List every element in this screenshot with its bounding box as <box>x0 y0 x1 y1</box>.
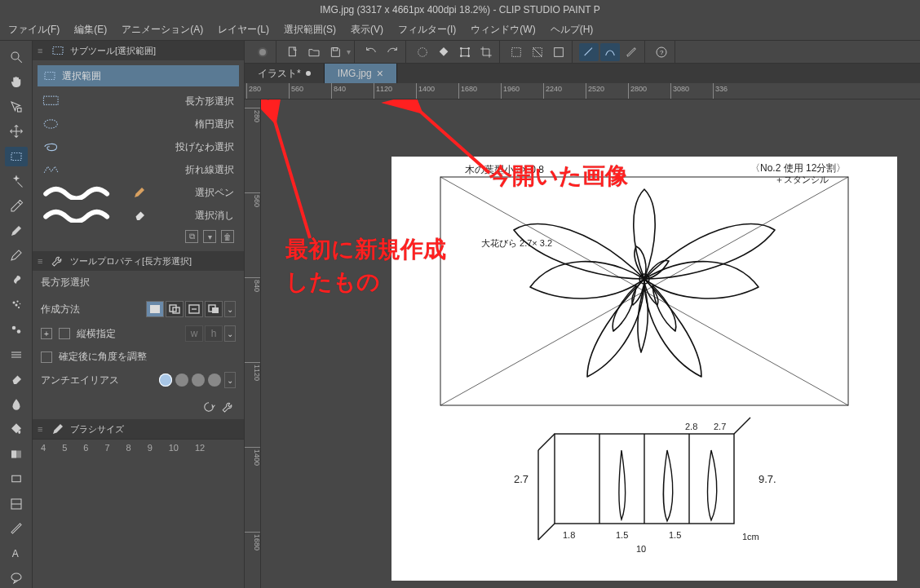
tool-frame[interactable] <box>5 493 28 513</box>
undo-icon[interactable] <box>361 43 381 61</box>
aspect-checkbox[interactable] <box>59 328 70 339</box>
tool-line[interactable] <box>5 345 28 365</box>
menu-edit[interactable]: 編集(E) <box>74 23 107 37</box>
svg-point-7 <box>15 304 17 307</box>
angle-checkbox[interactable] <box>41 351 52 363</box>
toolprop-panel-tab[interactable]: ≡ ツールプロパティ[長方形選択] <box>33 251 244 271</box>
trash-icon[interactable]: 🗑 <box>221 230 234 243</box>
transform-icon[interactable] <box>455 43 475 61</box>
duplicate-icon[interactable]: ⧉ <box>185 230 198 243</box>
subtool-selectpen[interactable]: 選択ペン <box>38 181 239 204</box>
reset-icon[interactable] <box>201 400 216 414</box>
tool-operation[interactable] <box>5 97 28 117</box>
subtool-lasso[interactable]: 投げなわ選択 <box>38 135 239 158</box>
subtool-header[interactable]: 選択範囲 <box>38 65 239 86</box>
method-dropdown[interactable]: ⌄ <box>224 301 236 317</box>
svg-line-1 <box>18 59 22 63</box>
aa-high[interactable] <box>208 374 221 387</box>
fill-icon[interactable] <box>434 43 453 61</box>
method-add-icon[interactable] <box>166 301 184 317</box>
clear-icon[interactable] <box>413 43 432 61</box>
svg-rect-17 <box>11 475 20 482</box>
tool-eyedropper[interactable] <box>5 196 28 215</box>
selmode3-icon[interactable] <box>549 43 568 61</box>
tool-text[interactable]: A <box>5 543 28 563</box>
window-titlebar: IMG.jpg (3317 x 4661px 400dpi 18.2%) - C… <box>0 0 920 20</box>
menu-help[interactable]: ヘルプ(H) <box>551 23 594 37</box>
tool-fill[interactable] <box>5 419 28 439</box>
help-icon[interactable]: ? <box>652 43 671 61</box>
subtool-rect[interactable]: 長方形選択 <box>38 90 239 113</box>
settings-icon[interactable] <box>221 400 236 414</box>
aspect-w-icon[interactable]: w <box>185 325 203 342</box>
subtool-polyline[interactable]: 折れ線選択 <box>38 158 239 181</box>
canvas-area: ▾ ? イラスト* I <box>245 41 920 588</box>
snap-grid-icon[interactable] <box>621 43 641 61</box>
subtool-panel-tab[interactable]: ≡ サブツール[選択範囲] <box>33 41 244 60</box>
redo-icon[interactable] <box>383 43 402 61</box>
method-sub-icon[interactable] <box>185 301 203 317</box>
tool-eraser[interactable] <box>5 369 28 389</box>
tool-shape[interactable] <box>5 469 28 489</box>
menu-select[interactable]: 選択範囲(S) <box>284 23 336 37</box>
ruler-horizontal: 8402805608401120140016801960224025202800… <box>245 83 920 99</box>
menu-view[interactable]: 表示(V) <box>351 23 383 37</box>
snap-ruler-icon[interactable] <box>579 43 599 61</box>
clipstudio-icon[interactable] <box>253 43 272 61</box>
svg-text:1cm: 1cm <box>742 532 759 542</box>
menu-animation[interactable]: アニメーション(A) <box>122 23 203 37</box>
tool-hand[interactable] <box>5 72 28 91</box>
doc-tab-img[interactable]: IMG.jpg × <box>325 64 397 83</box>
tool-pen[interactable] <box>5 221 28 241</box>
tool-balloon[interactable] <box>5 568 28 588</box>
method-int-icon[interactable] <box>205 301 223 317</box>
brush-sizes: 4 5 6 7 8 9 10 12 <box>33 439 244 456</box>
tool-pencil[interactable] <box>5 245 28 265</box>
svg-text:10: 10 <box>636 544 646 554</box>
method-new-icon[interactable] <box>146 301 164 317</box>
tool-move[interactable] <box>5 122 28 141</box>
brushsize-panel-tab[interactable]: ≡ ブラシサイズ <box>33 419 244 439</box>
svg-text:木の葉型小  3× 0.8: 木の葉型小 3× 0.8 <box>465 164 544 175</box>
snap-special-icon[interactable] <box>600 43 620 61</box>
prop-method: 作成方法 ⌄ <box>41 301 236 317</box>
aa-mid[interactable] <box>192 374 205 387</box>
svg-line-4 <box>17 183 22 188</box>
expand-icon[interactable]: + <box>41 328 52 339</box>
save-icon[interactable] <box>325 43 345 61</box>
tool-blend[interactable] <box>5 395 28 414</box>
aspect-dropdown[interactable]: ⌄ <box>224 325 236 342</box>
close-icon[interactable]: × <box>377 67 383 80</box>
tool-deco[interactable] <box>5 320 28 339</box>
subtool-selecterase[interactable]: 選択消し <box>38 204 239 227</box>
canvas-viewport[interactable]: 木の葉型小 3× 0.8 〈No.2 使用 12分割〉 ＋スタンシル 大花びら … <box>261 99 920 588</box>
aspect-h-icon[interactable]: h <box>205 325 223 342</box>
tool-airbrush[interactable] <box>5 295 28 315</box>
tool-select-rect[interactable] <box>5 147 28 166</box>
tool-brush[interactable] <box>5 271 28 290</box>
aa-dropdown[interactable]: ⌄ <box>224 372 236 388</box>
aa-none[interactable] <box>159 374 172 387</box>
tool-gradient[interactable] <box>5 444 28 464</box>
subtool-ellipse[interactable]: 楕円選択 <box>38 113 239 135</box>
svg-text:2.7: 2.7 <box>514 473 529 485</box>
panel-drag-icon: ≡ <box>38 46 46 55</box>
svg-rect-22 <box>53 47 63 55</box>
menu-layer[interactable]: レイヤー(L) <box>218 23 269 37</box>
new-icon[interactable] <box>283 43 303 61</box>
tool-magnify[interactable] <box>5 47 28 67</box>
menu-filter[interactable]: フィルター(I) <box>398 23 456 37</box>
svg-text:1.5: 1.5 <box>669 530 681 540</box>
crop-icon[interactable] <box>476 43 496 61</box>
save-icon[interactable]: ▾ <box>203 230 216 243</box>
open-icon[interactable] <box>304 43 324 61</box>
tool-ruler[interactable] <box>5 519 28 538</box>
save-dropdown[interactable]: ▾ <box>347 47 351 56</box>
selmode1-icon[interactable] <box>506 43 526 61</box>
aa-low[interactable] <box>175 374 188 387</box>
selmode2-icon[interactable] <box>528 43 547 61</box>
tool-wand[interactable] <box>5 171 28 191</box>
menu-window[interactable]: ウィンドウ(W) <box>471 23 535 37</box>
menu-file[interactable]: ファイル(F) <box>8 23 60 37</box>
doc-tab-illust[interactable]: イラスト* <box>245 64 325 83</box>
